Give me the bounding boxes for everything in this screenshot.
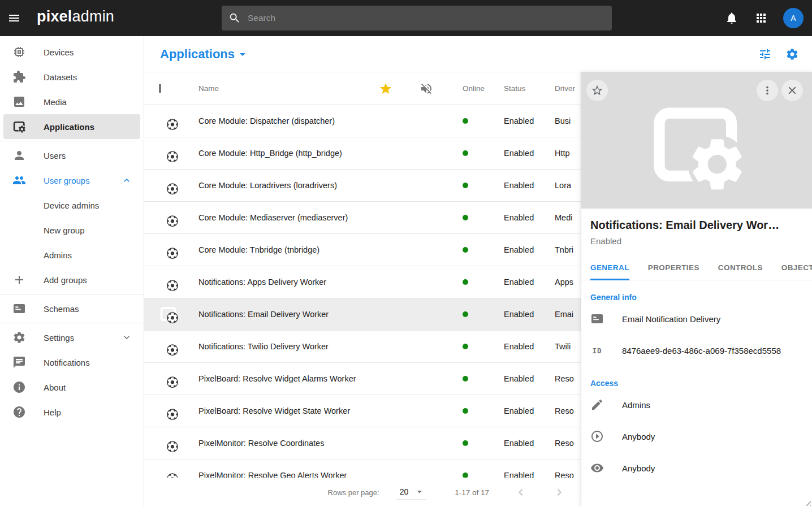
column-name[interactable]: Name — [194, 84, 365, 93]
cell-status: Enabled — [501, 245, 555, 254]
brand-bold: pixel — [37, 8, 72, 25]
online-status-dot — [463, 150, 468, 156]
sidebar-item-label: Media — [44, 97, 67, 107]
tab-general[interactable]: GENERAL — [590, 258, 629, 280]
section-access: Access — [590, 379, 803, 388]
notifications-bell-icon[interactable] — [725, 11, 738, 25]
online-status-dot — [463, 215, 468, 220]
detail-text: Email Notification Delivery — [622, 314, 720, 324]
access-rows: AdminsAnybodyAnybody — [581, 389, 812, 484]
cell-status: Enabled — [501, 149, 555, 158]
star-outline-icon — [591, 84, 603, 97]
application-icon — [159, 369, 178, 388]
sidebar-item-label: Devices — [44, 47, 74, 57]
sidebar-item-datasets[interactable]: Datasets — [3, 64, 140, 89]
application-icon — [159, 434, 178, 453]
tab-properties[interactable]: PROPERTIES — [648, 258, 699, 280]
settings-gear-icon[interactable] — [785, 47, 799, 61]
sidebar-item-label: Help — [44, 408, 61, 417]
applications-icon — [12, 120, 26, 133]
sidebar-item-about[interactable]: About — [3, 375, 140, 400]
sidebar-item-admins[interactable]: Admins — [3, 242, 140, 267]
apps-grid-icon[interactable] — [754, 11, 768, 25]
play-icon — [590, 430, 604, 443]
favorite-column-icon[interactable] — [379, 82, 392, 96]
edit-icon — [590, 398, 604, 411]
sidebar-item-settings[interactable]: Settings — [3, 325, 140, 350]
cell-status: Enabled — [501, 406, 555, 415]
sidebar-item-schemas[interactable]: Schemas — [3, 296, 140, 321]
column-online[interactable]: Online — [447, 84, 501, 93]
application-hero-icon — [642, 96, 752, 196]
memory-icon — [12, 45, 26, 59]
detail-row: Email Notification Delivery — [581, 303, 812, 335]
sidebar-item-label: About — [44, 383, 66, 392]
cell-name: Core Module: Dispatcher (dispatcher) — [194, 116, 365, 125]
sidebar-item-label: Device admins — [44, 201, 99, 210]
cell-name: Notifications: Email Delivery Worker — [194, 310, 365, 319]
sidebar-item-devices[interactable]: Devices — [3, 40, 140, 64]
pagination-range: 1-17 of 17 — [455, 488, 489, 497]
page-title-dropdown[interactable]: Applications — [160, 47, 249, 62]
person-icon — [12, 149, 26, 162]
detail-row: Anybody — [581, 421, 812, 452]
resize-handle[interactable] — [804, 499, 811, 506]
application-icon — [159, 337, 178, 356]
cell-name: PixelMonitor: Resolve Coordinates — [194, 439, 365, 448]
detail-text: 8476aee9-de63-486c-a069-7f358ecd5558 — [622, 346, 781, 356]
online-status-dot — [463, 440, 468, 446]
sidebar-item-label: New group — [44, 226, 85, 235]
online-status-dot — [463, 408, 468, 414]
tab-controls[interactable]: CONTROLS — [718, 258, 763, 280]
detail-row: Admins — [581, 389, 812, 421]
cell-online — [447, 408, 501, 414]
tune-filter-icon[interactable] — [758, 47, 772, 61]
sidebar-item-applications[interactable]: Applications — [3, 114, 140, 139]
rows-per-page-select[interactable]: 20 — [396, 485, 427, 500]
cell-status: Enabled — [501, 342, 555, 351]
sidebar-item-user-groups[interactable]: User groups — [3, 168, 140, 193]
sidebar-item-help[interactable]: Help — [3, 400, 140, 424]
favorite-button[interactable] — [586, 80, 608, 101]
sidebar-item-device-admins[interactable]: Device admins — [3, 193, 140, 218]
application-icon — [159, 305, 178, 324]
pagination-bar: Rows per page: 20 1-17 of 17 — [144, 478, 581, 507]
more-options-button[interactable] — [757, 80, 778, 101]
search-icon — [228, 12, 241, 24]
sidebar-item-new-group[interactable]: New group — [3, 218, 140, 242]
sidebar-item-label: Schemas — [44, 304, 79, 314]
cell-status: Enabled — [501, 374, 555, 383]
eye-icon — [590, 461, 604, 475]
tab-objects[interactable]: OBJECTS — [781, 258, 812, 280]
close-icon — [786, 84, 798, 97]
detail-text: Anybody — [622, 463, 655, 473]
id-icon: ID — [590, 344, 604, 357]
sidebar-item-add-groups[interactable]: Add groups — [3, 267, 140, 292]
hamburger-menu-icon[interactable] — [7, 11, 21, 25]
previous-page-icon[interactable] — [514, 486, 528, 499]
search-input[interactable] — [247, 12, 605, 24]
icon-placeholder — [12, 248, 26, 262]
add-icon — [12, 273, 26, 287]
chevron-down-icon — [121, 332, 132, 343]
section-general-info: General info — [590, 293, 803, 302]
panel-subtitle: Enabled — [590, 236, 803, 246]
user-avatar[interactable]: A — [783, 8, 804, 28]
more-vert-icon — [761, 84, 774, 97]
cell-status: Enabled — [501, 181, 555, 190]
mute-column-icon[interactable] — [420, 82, 433, 96]
sidebar-item-media[interactable]: Media — [3, 89, 140, 114]
column-status[interactable]: Status — [501, 84, 555, 93]
divider — [0, 323, 144, 323]
sidebar-item-notifications[interactable]: Notifications — [3, 350, 140, 375]
close-panel-button[interactable] — [781, 80, 803, 101]
next-page-icon[interactable] — [552, 486, 566, 499]
select-all-checkbox[interactable] — [159, 84, 161, 93]
global-search[interactable] — [222, 6, 612, 31]
cell-name: PixelBoard: Resolve Widget Alarms Worker — [194, 374, 365, 383]
online-status-dot — [463, 311, 468, 317]
sidebar-item-users[interactable]: Users — [3, 143, 140, 168]
cell-online — [447, 150, 501, 156]
sidebar-item-label: Notifications — [44, 358, 90, 367]
cell-status: Enabled — [501, 439, 555, 448]
